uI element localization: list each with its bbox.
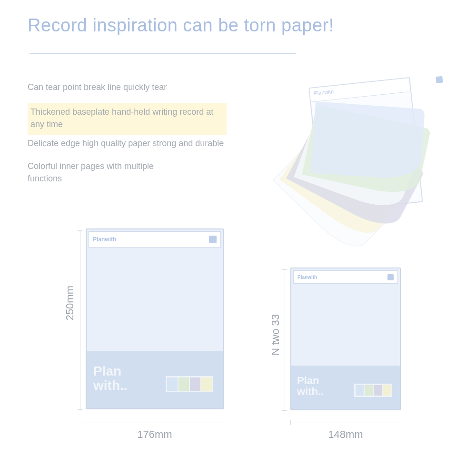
swatch-yellow xyxy=(383,385,391,396)
swatch-blue xyxy=(356,385,364,396)
notepad-header-bar: Planwith xyxy=(89,231,221,248)
dimension-tick xyxy=(78,230,82,231)
feature-line-1: Can tear point break line quickly tear xyxy=(28,81,228,93)
color-swatches xyxy=(354,384,392,397)
notepad-body: Planwith Plan with.. xyxy=(290,268,401,410)
swatch-purple xyxy=(374,385,382,396)
feature-line-2-highlighted: Thickened baseplate hand-held writing re… xyxy=(28,103,227,135)
product-large: Planwith Plan with.. xyxy=(86,228,224,409)
dimension-tick xyxy=(224,420,224,425)
dimension-width-large: 176mm xyxy=(86,428,224,441)
dimension-guide-vertical xyxy=(80,230,80,409)
dimension-tick xyxy=(290,420,291,425)
swatch-green xyxy=(178,377,189,391)
dimension-guide-vertical xyxy=(285,269,285,410)
notepad-bottom-band: Plan with.. xyxy=(291,366,400,409)
notepad-header-square-icon xyxy=(436,76,443,83)
swatch-blue xyxy=(167,377,178,391)
swatch-yellow xyxy=(201,377,212,391)
feature-line-4: Colorful inner pages with multiple funct… xyxy=(28,160,161,185)
notepad-fanned-illustration: Planwith xyxy=(298,64,454,212)
title-underline xyxy=(30,53,296,54)
page-leaf-blue xyxy=(311,101,425,180)
notepad-brand-text: Planwith xyxy=(298,275,317,280)
swatch-purple xyxy=(190,377,200,391)
dimension-width-small: 148mm xyxy=(290,428,401,441)
dimension-tick xyxy=(86,420,86,425)
product-small: Planwith Plan with.. xyxy=(290,268,401,410)
notepad-header-square-icon xyxy=(209,236,217,243)
dimension-guide-horizontal xyxy=(290,423,401,423)
dimension-tick xyxy=(401,420,401,425)
dimension-guide-horizontal xyxy=(86,423,224,423)
logo-line-2: with.. xyxy=(93,378,128,393)
dimension-height-large: 250mm xyxy=(64,286,76,320)
notepad-body: Planwith Plan with.. xyxy=(86,228,224,409)
notepad-bottom-band: Plan with.. xyxy=(87,351,223,408)
notepad-header-square-icon xyxy=(387,274,394,280)
swatch-green xyxy=(365,385,373,396)
notepad-brand-text: Planwith xyxy=(93,236,116,243)
color-swatches xyxy=(166,376,213,392)
dimension-tick xyxy=(78,409,82,410)
logo-line-2: with.. xyxy=(297,386,324,397)
logo-line-1: Plan xyxy=(93,364,121,378)
notepad-logo-text: Plan with.. xyxy=(297,375,324,397)
notepad-header-bar: Planwith xyxy=(293,270,398,284)
dimension-tick xyxy=(282,269,287,270)
page-title: Record inspiration can be torn paper! xyxy=(28,15,334,36)
notepad-logo-text: Plan with.. xyxy=(93,364,128,392)
feature-line-3: Delicate edge high quality paper strong … xyxy=(28,137,228,149)
product-info-graphic: Record inspiration can be torn paper! Ca… xyxy=(0,0,476,476)
logo-line-1: Plan xyxy=(297,375,319,387)
dimension-height-small: N two 33 xyxy=(269,314,282,356)
dimension-tick xyxy=(282,410,287,411)
